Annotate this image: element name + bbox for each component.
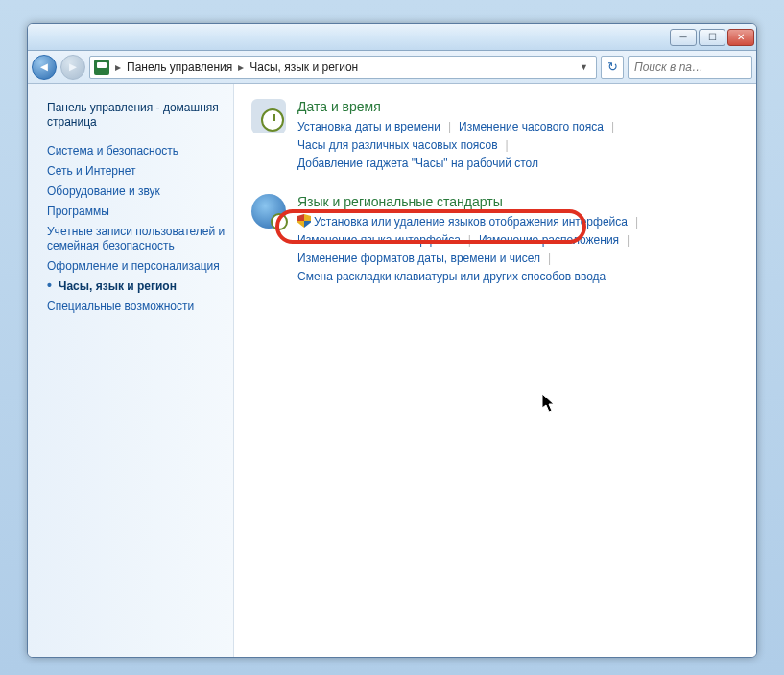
sidebar-item-7[interactable]: Специальные возможности (47, 297, 227, 317)
refresh-button[interactable]: ↻ (601, 56, 624, 79)
link-separator: | (611, 118, 614, 136)
address-bar[interactable]: ▸ Панель управления ▸ Часы, язык и регио… (89, 56, 597, 79)
link-separator: | (448, 118, 451, 136)
sidebar: Панель управления - домашняя страница Си… (28, 84, 234, 657)
content-area: Дата и времяУстановка даты и времени|Изм… (234, 84, 756, 657)
breadcrumb-sep: ▸ (238, 60, 244, 74)
task-link-1-3[interactable]: Изменение форматов даты, времени и чисел (297, 250, 540, 268)
link-separator: | (627, 231, 630, 250)
control-panel-icon (94, 60, 109, 75)
clock-icon (251, 99, 286, 133)
titlebar: ─ ☐ ✕ (28, 24, 756, 51)
sidebar-item-1[interactable]: Сеть и Интернет (47, 161, 227, 181)
task-link-0-0[interactable]: Установка даты и времени (297, 118, 440, 136)
task-link-1-4[interactable]: Смена раскладки клавиатуры или других сп… (297, 268, 606, 286)
section-title-1[interactable]: Язык и региональные стандарты (297, 194, 739, 209)
section-links-0: Установка даты и времени|Изменение часов… (297, 118, 739, 173)
task-link-1-1[interactable]: Изменение языка интерфейса (297, 231, 461, 250)
link-separator: | (506, 136, 509, 155)
sidebar-item-4[interactable]: Учетные записи пользователей и семейная … (47, 222, 227, 256)
sidebar-item-0[interactable]: Система и безопасность (47, 141, 227, 161)
sidebar-home[interactable]: Панель управления - домашняя страница (47, 101, 227, 130)
nav-row: ◄ ► ▸ Панель управления ▸ Часы, язык и р… (28, 51, 756, 84)
task-link-0-3[interactable]: Добавление гаджета "Часы" на рабочий сто… (297, 155, 538, 173)
globe-icon (251, 194, 286, 229)
section-globe: Язык и региональные стандартыУстановка и… (251, 194, 739, 286)
task-link-0-1[interactable]: Изменение часового пояса (459, 118, 604, 136)
sidebar-item-3[interactable]: Программы (47, 202, 227, 222)
breadcrumb-root[interactable]: Панель управления (127, 60, 232, 74)
search-box[interactable] (628, 56, 752, 79)
link-separator: | (468, 231, 471, 250)
close-button[interactable]: ✕ (727, 29, 754, 46)
shield-icon (297, 214, 311, 228)
task-link-0-2[interactable]: Часы для различных часовых поясов (297, 136, 498, 155)
forward-button[interactable]: ► (60, 55, 85, 80)
maximize-button[interactable]: ☐ (699, 29, 725, 46)
sidebar-item-5[interactable]: Оформление и персонализация (47, 256, 227, 277)
section-links-1: Установка или удаление языков отображени… (297, 213, 739, 286)
section-clock: Дата и времяУстановка даты и времени|Изм… (251, 99, 739, 173)
address-dropdown-icon[interactable]: ▼ (576, 62, 592, 72)
link-separator: | (635, 213, 638, 231)
minimize-button[interactable]: ─ (670, 29, 697, 46)
sidebar-item-2[interactable]: Оборудование и звук (47, 181, 227, 202)
sidebar-item-6[interactable]: Часы, язык и регион (47, 277, 227, 297)
breadcrumb-sep: ▸ (115, 60, 121, 74)
section-title-0[interactable]: Дата и время (297, 99, 739, 114)
link-separator: | (548, 250, 551, 268)
control-panel-window: ─ ☐ ✕ ◄ ► ▸ Панель управления ▸ Часы, яз… (27, 23, 757, 658)
search-input[interactable] (634, 60, 746, 74)
task-link-1-2[interactable]: Изменение расположения (479, 231, 619, 250)
breadcrumb-current[interactable]: Часы, язык и регион (249, 60, 358, 74)
back-button[interactable]: ◄ (32, 55, 57, 80)
task-link-1-0[interactable]: Установка или удаление языков отображени… (297, 213, 628, 231)
